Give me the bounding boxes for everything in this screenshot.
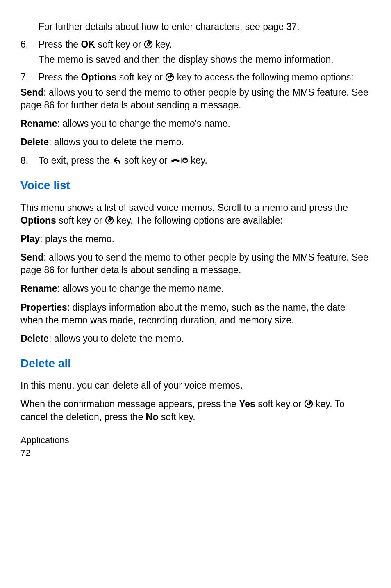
option-rename-2: Rename: allows you to change the memo na… (20, 282, 371, 295)
text: soft key. (158, 412, 195, 422)
option-text: : allows you to delete the memo. (49, 333, 184, 344)
text: To exit, press the (39, 155, 112, 166)
option-label: Rename (20, 118, 57, 129)
text: In this menu, you can delete all of your… (20, 380, 243, 391)
option-properties: Properties: displays information about t… (20, 301, 371, 327)
back-soft-key-icon (112, 156, 121, 165)
option-delete-2: Delete: allows you to delete the memo. (20, 332, 371, 345)
option-text: : plays the memo. (40, 233, 114, 244)
ok-key-icon (105, 216, 114, 225)
option-text: : allows you to change the memo name. (57, 283, 224, 294)
step-6-body: Press the OK soft key or key. (39, 38, 371, 51)
option-send-2: Send: allows you to send the memo to oth… (20, 251, 371, 277)
option-label: Rename (20, 283, 57, 294)
voice-list-heading: Voice list (20, 178, 371, 193)
step-6-sub: The memo is saved and then the display s… (39, 53, 371, 66)
options-label: Options (81, 72, 117, 82)
option-label: Send (20, 87, 43, 98)
step-7-body: Press the Options soft key or key to acc… (39, 71, 371, 84)
option-label: Play (20, 233, 40, 244)
no-label: No (146, 412, 159, 422)
option-text: : displays information about the memo, s… (20, 302, 346, 325)
option-text: : allows you to delete the memo. (49, 137, 184, 147)
ok-label: OK (81, 39, 95, 50)
step-6-row: 6. Press the OK soft key or key. (20, 38, 371, 51)
text: Press the (39, 72, 81, 82)
delete-all-heading: Delete all (20, 356, 371, 371)
text: key. (153, 39, 172, 50)
text: Press the (39, 39, 81, 50)
text: When the confirmation message appears, p… (20, 398, 239, 409)
step-7-number: 7. (20, 71, 39, 84)
section-name: Applications (20, 434, 371, 446)
text: soft key or (255, 398, 304, 409)
text: This menu shows a list of saved voice me… (20, 202, 348, 213)
text: soft key or (121, 155, 170, 166)
ok-key-icon (304, 399, 313, 408)
delete-all-intro: In this menu, you can delete all of your… (20, 379, 371, 392)
yes-label: Yes (239, 398, 255, 409)
voice-list-intro: This menu shows a list of saved voice me… (20, 201, 371, 227)
option-label: Send (20, 252, 43, 263)
text: key to access the following memo options… (174, 72, 353, 82)
option-text: : allows you to send the memo to other p… (20, 87, 368, 110)
step-7-row: 7. Press the Options soft key or key to … (20, 71, 371, 84)
option-rename: Rename: allows you to change the memo's … (20, 117, 371, 130)
option-label: Delete (20, 333, 49, 344)
text: The memo is saved and then the display s… (39, 54, 334, 65)
text: key. The following options are available… (114, 215, 283, 226)
step-6-number: 6. (20, 38, 39, 51)
step-5-sub: For further details about how to enter c… (39, 21, 371, 33)
options-label: Options (20, 215, 56, 226)
footer: Applications 72 (20, 434, 371, 459)
page-number: 72 (20, 447, 371, 459)
step-8-number: 8. (20, 154, 39, 167)
text: For further details about how to enter c… (39, 21, 300, 32)
option-send: Send: allows you to send the memo to oth… (20, 86, 371, 112)
step-8-row: 8. To exit, press the soft key or key. (20, 154, 371, 167)
text: key. (188, 155, 207, 166)
step-8-body: To exit, press the soft key or key. (39, 154, 371, 167)
option-play: Play: plays the memo. (20, 233, 371, 245)
option-delete: Delete: allows you to delete the memo. (20, 136, 371, 149)
option-label: Delete (20, 137, 49, 147)
text: soft key or (56, 215, 105, 226)
ok-key-icon (144, 40, 153, 49)
option-text: : allows you to send the memo to other p… (20, 252, 368, 275)
end-power-key-icon (170, 156, 188, 165)
option-text: : allows you to change the memo's name. (57, 118, 230, 129)
text: soft key or (95, 39, 144, 50)
ok-key-icon (165, 73, 174, 82)
delete-all-confirm: When the confirmation message appears, p… (20, 398, 371, 423)
option-label: Properties (20, 302, 67, 313)
text: soft key or (116, 72, 165, 82)
